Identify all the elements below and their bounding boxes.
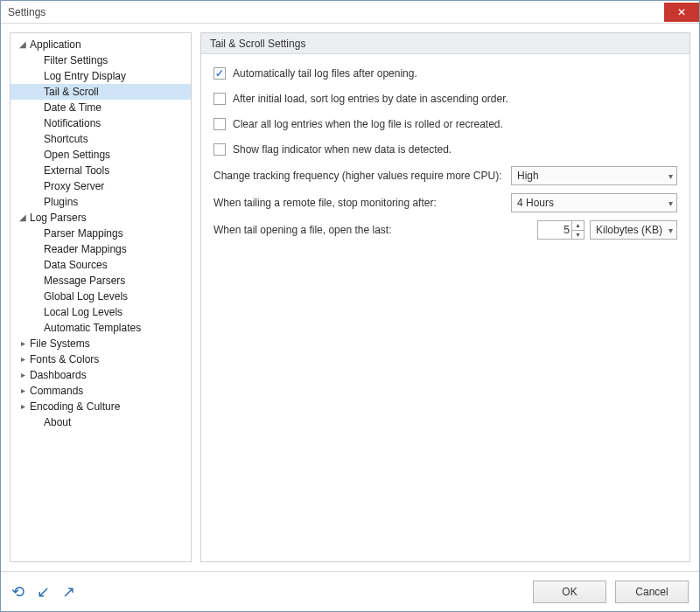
select-value: Kilobytes (KB) (596, 224, 668, 236)
tree-label: Log Entry Display (42, 68, 126, 84)
option-auto-tail: Automatically tail log files after openi… (214, 65, 677, 82)
tree-plugins[interactable]: Plugins (10, 194, 191, 210)
tree-local-log-levels[interactable]: Local Log Levels (10, 304, 191, 320)
input-open-last-value[interactable]: 5 (537, 220, 572, 240)
tree-global-log-levels[interactable]: Global Log Levels (10, 289, 191, 304)
collapse-icon: ▸ (18, 383, 28, 399)
tree-label: Commands (28, 383, 83, 399)
tree-encoding-culture[interactable]: ▸Encoding & Culture (10, 399, 191, 414)
tree-dashboards[interactable]: ▸Dashboards (10, 367, 191, 383)
select-tracking-frequency[interactable]: High ▾ (511, 166, 677, 185)
tree-label: File Systems (28, 336, 90, 351)
dialog-footer: ⟲ ↙ ↗ OK Cancel (1, 571, 699, 611)
tree-label: Message Parsers (42, 273, 125, 289)
reset-icon[interactable]: ⟲ (11, 582, 24, 602)
close-button[interactable]: ✕ (664, 3, 699, 22)
tree-fonts-colors[interactable]: ▸Fonts & Colors (10, 351, 191, 367)
collapse-icon: ▸ (18, 351, 28, 367)
tree-label: Filter Settings (42, 52, 108, 68)
tree-notifications[interactable]: Notifications (10, 115, 191, 131)
option-label: Automatically tail log files after openi… (233, 67, 677, 80)
tree-label: Shortcuts (42, 131, 88, 147)
tree-message-parsers[interactable]: Message Parsers (10, 273, 191, 289)
dialog-body: ◢ Application Filter Settings Log Entry … (1, 24, 699, 571)
checkbox-clear-on-roll[interactable] (214, 118, 226, 130)
checkbox-flag-indicator[interactable] (214, 143, 226, 156)
checkbox-sort-ascending[interactable] (214, 93, 226, 105)
tree-label: Notifications (42, 115, 101, 131)
tree-label: Application (28, 37, 81, 52)
collapse-icon: ▸ (18, 367, 28, 383)
tree-external-tools[interactable]: External Tools (10, 163, 191, 178)
tree-about[interactable]: About (10, 414, 191, 430)
tree-open-settings[interactable]: Open Settings (10, 147, 191, 163)
tree-log-parsers[interactable]: ◢ Log Parsers (10, 210, 191, 226)
tree-proxy-server[interactable]: Proxy Server (10, 178, 191, 194)
tree-label: Dashboards (28, 367, 87, 383)
spinner-down-icon[interactable]: ▼ (572, 230, 584, 240)
export-icon[interactable]: ↗ (62, 582, 75, 602)
collapse-icon: ▸ (18, 399, 28, 414)
ok-button[interactable]: OK (533, 581, 606, 603)
tree-label: Encoding & Culture (28, 399, 120, 414)
field-remote-stop: When tailing a remote file, stop monitor… (214, 193, 677, 212)
field-tracking-frequency: Change tracking frequency (higher values… (214, 166, 677, 185)
input-value: 5 (564, 224, 570, 236)
field-open-last: When tail opening a file, open the last:… (214, 220, 677, 240)
chevron-down-icon: ▾ (668, 198, 673, 208)
expand-icon: ◢ (18, 210, 28, 226)
option-clear-on-roll: Clear all log entries when the log file … (214, 115, 677, 133)
tree-label: Data Sources (42, 257, 108, 273)
option-sort-ascending: After initial load, sort log entries by … (214, 90, 677, 108)
select-value: High (517, 170, 668, 182)
tree-label: Tail & Scroll (42, 84, 99, 100)
tree-tail-scroll[interactable]: Tail & Scroll (10, 84, 191, 100)
tree-label: Proxy Server (42, 178, 104, 194)
tree-commands[interactable]: ▸Commands (10, 383, 191, 399)
chevron-down-icon: ▾ (668, 171, 673, 181)
expand-icon: ◢ (18, 37, 28, 52)
option-label: After initial load, sort log entries by … (233, 93, 677, 105)
option-flag-indicator: Show flag indicator when new data is det… (214, 141, 677, 158)
select-remote-stop[interactable]: 4 Hours ▾ (511, 193, 677, 212)
tree-label: Global Log Levels (42, 289, 128, 304)
tree-label: Reader Mappings (42, 241, 127, 257)
collapse-icon: ▸ (18, 336, 28, 351)
spinner-up-icon[interactable]: ▲ (572, 221, 584, 230)
tree-label: Plugins (42, 194, 78, 210)
close-icon: ✕ (677, 6, 686, 18)
tree-log-entry-display[interactable]: Log Entry Display (10, 68, 191, 84)
tree-application[interactable]: ◢ Application (10, 37, 191, 52)
option-label: Show flag indicator when new data is det… (233, 143, 677, 156)
tree-shortcuts[interactable]: Shortcuts (10, 131, 191, 147)
tree-reader-mappings[interactable]: Reader Mappings (10, 241, 191, 257)
import-icon[interactable]: ↙ (37, 582, 50, 602)
panel-tail-scroll: Tail & Scroll Settings Automatically tai… (200, 32, 690, 562)
field-label: When tail opening a file, open the last: (214, 224, 532, 236)
checkbox-auto-tail[interactable] (214, 67, 226, 80)
option-label: Clear all log entries when the log file … (233, 118, 677, 130)
cancel-button[interactable]: Cancel (615, 581, 689, 603)
tree-label: Open Settings (42, 147, 110, 163)
select-open-last-unit[interactable]: Kilobytes (KB) ▾ (590, 220, 677, 240)
panel-body: Automatically tail log files after openi… (201, 54, 690, 252)
tree-file-systems[interactable]: ▸File Systems (10, 336, 191, 351)
field-label: Change tracking frequency (higher values… (214, 170, 506, 182)
settings-window: Settings ✕ ◢ Application Filter Settings… (0, 0, 700, 612)
select-value: 4 Hours (517, 197, 668, 209)
panel-header: Tail & Scroll Settings (201, 33, 690, 54)
tree-label: Automatic Templates (42, 320, 141, 336)
tree-parser-mappings[interactable]: Parser Mappings (10, 226, 191, 241)
tree-label: Date & Time (42, 100, 102, 115)
tree-label: Parser Mappings (42, 226, 123, 241)
tree-data-sources[interactable]: Data Sources (10, 257, 191, 273)
settings-tree[interactable]: ◢ Application Filter Settings Log Entry … (10, 32, 192, 562)
tree-label: Log Parsers (28, 210, 87, 226)
tree-label: Fonts & Colors (28, 351, 99, 367)
tree-filter-settings[interactable]: Filter Settings (10, 52, 191, 68)
tree-date-time[interactable]: Date & Time (10, 100, 191, 115)
tree-label: Local Log Levels (42, 304, 122, 320)
tree-automatic-templates[interactable]: Automatic Templates (10, 320, 191, 336)
spinner-open-last[interactable]: ▲ ▼ (572, 220, 584, 240)
window-title: Settings (8, 6, 664, 18)
